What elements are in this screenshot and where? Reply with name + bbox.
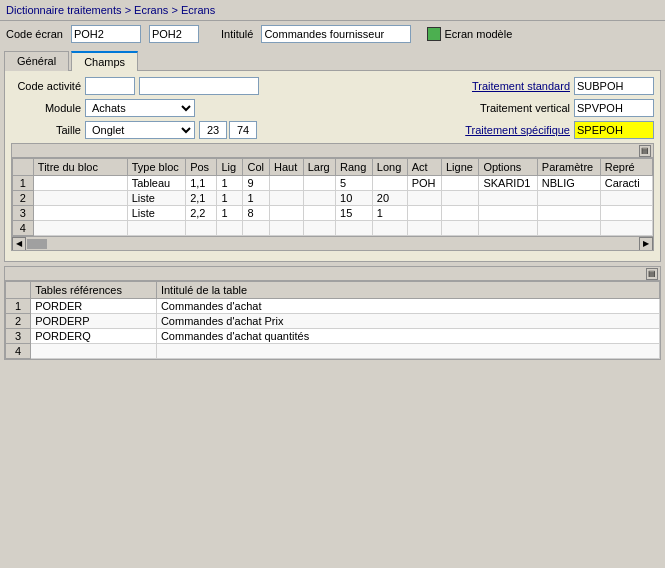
- cell-ligne[interactable]: [441, 191, 478, 206]
- bottom-table-row[interactable]: 2 PORDERP Commandes d'achat Prix: [6, 314, 660, 329]
- cell-haut[interactable]: [270, 221, 304, 236]
- cell-col[interactable]: 8: [243, 206, 270, 221]
- cell-pos[interactable]: 1,1: [186, 176, 217, 191]
- cell-pos[interactable]: 2,1: [186, 191, 217, 206]
- cell-pos[interactable]: 2,2: [186, 206, 217, 221]
- cell-larg[interactable]: [303, 191, 335, 206]
- cell-repre[interactable]: [600, 221, 652, 236]
- cell-type[interactable]: Liste: [127, 191, 185, 206]
- scroll-right-btn[interactable]: ▶: [639, 237, 653, 251]
- cell-options[interactable]: [479, 221, 537, 236]
- bottom-table-row[interactable]: 4: [6, 344, 660, 359]
- cell-ligne[interactable]: [441, 221, 478, 236]
- main-table-header-bar: ▤: [12, 144, 653, 158]
- main-table-scrollbar-h[interactable]: ◀ ▶: [12, 236, 653, 250]
- cell-titre[interactable]: [33, 176, 127, 191]
- cell-parametre[interactable]: [537, 206, 600, 221]
- cell-larg[interactable]: [303, 221, 335, 236]
- main-table-row[interactable]: 1 Tableau 1,1 1 9 5 POH SKARID1 NBLIG Ca…: [13, 176, 653, 191]
- cell-larg[interactable]: [303, 206, 335, 221]
- cell-lig[interactable]: 1: [217, 206, 243, 221]
- row-num: 2: [13, 191, 34, 206]
- code-ecran-input1[interactable]: [71, 25, 141, 43]
- bottom-table-row[interactable]: 1 PORDER Commandes d'achat: [6, 299, 660, 314]
- cell-intitule[interactable]: Commandes d'achat quantités: [156, 329, 659, 344]
- cell-table-ref[interactable]: [31, 344, 157, 359]
- cell-col[interactable]: 1: [243, 191, 270, 206]
- traitement-standard-label[interactable]: Traitement standard: [460, 80, 570, 92]
- traitement-specifique-label[interactable]: Traitement spécifique: [460, 124, 570, 136]
- cell-ligne[interactable]: [441, 176, 478, 191]
- cell-long[interactable]: [372, 176, 407, 191]
- cell-intitule[interactable]: Commandes d'achat Prix: [156, 314, 659, 329]
- cell-rang[interactable]: 5: [336, 176, 373, 191]
- cell-haut[interactable]: [270, 176, 304, 191]
- cell-titre[interactable]: [33, 221, 127, 236]
- cell-options[interactable]: SKARID1: [479, 176, 537, 191]
- main-table-row[interactable]: 3 Liste 2,2 1 8 15 1: [13, 206, 653, 221]
- main-table-col-repre: Repré: [600, 159, 652, 176]
- cell-haut[interactable]: [270, 191, 304, 206]
- traitement-specifique-input[interactable]: [574, 121, 654, 139]
- cell-pos[interactable]: [186, 221, 217, 236]
- cell-long[interactable]: 1: [372, 206, 407, 221]
- cell-act[interactable]: POH: [407, 176, 441, 191]
- cell-rang[interactable]: 15: [336, 206, 373, 221]
- main-table-row[interactable]: 4: [13, 221, 653, 236]
- breadcrumb-item-2[interactable]: Ecrans: [134, 4, 168, 16]
- cell-repre[interactable]: Caracti: [600, 176, 652, 191]
- cell-parametre[interactable]: NBLIG: [537, 176, 600, 191]
- cell-act[interactable]: [407, 221, 441, 236]
- cell-act[interactable]: [407, 191, 441, 206]
- cell-table-ref[interactable]: PORDERQ: [31, 329, 157, 344]
- cell-haut[interactable]: [270, 206, 304, 221]
- cell-options[interactable]: [479, 206, 537, 221]
- cell-col[interactable]: [243, 221, 270, 236]
- cell-lig[interactable]: 1: [217, 176, 243, 191]
- main-table-resize-btn[interactable]: ▤: [639, 145, 651, 157]
- cell-type[interactable]: Liste: [127, 206, 185, 221]
- cell-titre[interactable]: [33, 191, 127, 206]
- traitement-standard-input[interactable]: [574, 77, 654, 95]
- cell-col[interactable]: 9: [243, 176, 270, 191]
- cell-rang[interactable]: 10: [336, 191, 373, 206]
- cell-lig[interactable]: [217, 221, 243, 236]
- cell-ligne[interactable]: [441, 206, 478, 221]
- cell-long[interactable]: [372, 221, 407, 236]
- main-table-row[interactable]: 2 Liste 2,1 1 1 10 20: [13, 191, 653, 206]
- scroll-left-btn[interactable]: ◀: [12, 237, 26, 251]
- cell-parametre[interactable]: [537, 221, 600, 236]
- cell-long[interactable]: 20: [372, 191, 407, 206]
- cell-intitule[interactable]: Commandes d'achat: [156, 299, 659, 314]
- code-activite-input2[interactable]: [139, 77, 259, 95]
- cell-options[interactable]: [479, 191, 537, 206]
- traitement-vertical-input[interactable]: [574, 99, 654, 117]
- cell-act[interactable]: [407, 206, 441, 221]
- breadcrumb-item-3[interactable]: Ecrans: [181, 4, 215, 16]
- cell-table-ref[interactable]: PORDER: [31, 299, 157, 314]
- cell-repre[interactable]: [600, 206, 652, 221]
- cell-repre[interactable]: [600, 191, 652, 206]
- cell-larg[interactable]: [303, 176, 335, 191]
- taille-num1[interactable]: [199, 121, 227, 139]
- bottom-table-row[interactable]: 3 PORDERQ Commandes d'achat quantités: [6, 329, 660, 344]
- module-select[interactable]: Achats: [85, 99, 195, 117]
- tab-champs[interactable]: Champs: [71, 51, 138, 71]
- cell-table-ref[interactable]: PORDERP: [31, 314, 157, 329]
- bottom-table-resize-btn[interactable]: ▤: [646, 268, 658, 280]
- cell-lig[interactable]: 1: [217, 191, 243, 206]
- tab-general[interactable]: Général: [4, 51, 69, 71]
- ecran-modele-checkbox[interactable]: [427, 27, 441, 41]
- cell-intitule[interactable]: [156, 344, 659, 359]
- intitule-input[interactable]: [261, 25, 411, 43]
- cell-parametre[interactable]: [537, 191, 600, 206]
- code-ecran-input2[interactable]: [149, 25, 199, 43]
- taille-select[interactable]: Onglet: [85, 121, 195, 139]
- cell-type[interactable]: Tableau: [127, 176, 185, 191]
- code-activite-input1[interactable]: [85, 77, 135, 95]
- cell-titre[interactable]: [33, 206, 127, 221]
- breadcrumb-item-1[interactable]: Dictionnaire traitements: [6, 4, 122, 16]
- cell-rang[interactable]: [336, 221, 373, 236]
- cell-type[interactable]: [127, 221, 185, 236]
- taille-num2[interactable]: [229, 121, 257, 139]
